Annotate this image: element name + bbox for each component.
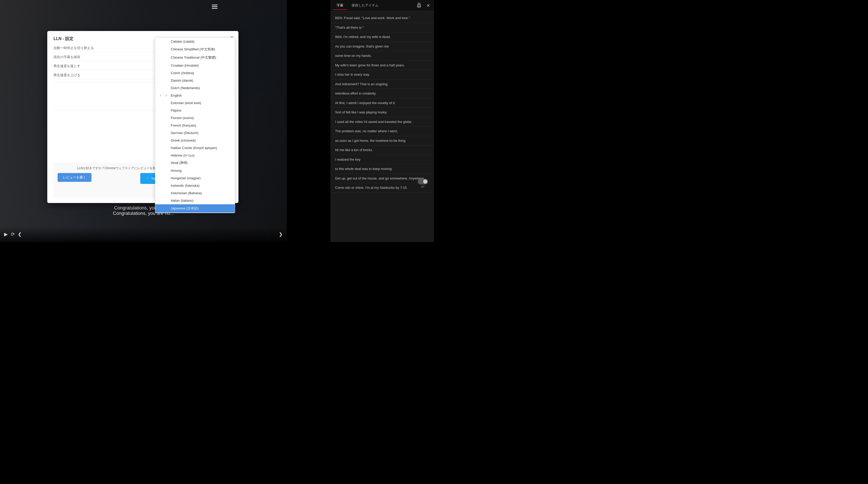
ap-label: AP [421,186,425,188]
right-panel-header: 字幕保存したアイテム✕ [331,0,434,11]
language-option[interactable]: Icelandic (Íslenska) [155,182,235,189]
language-option[interactable]: Dutch (Nederlands) [155,84,235,92]
right-panel-tab[interactable]: 保存したアイテム [348,2,382,10]
svg-rect-2 [212,8,218,9]
subtitle-entry[interactable]: hit me like a ton of bricks. [331,146,434,155]
next-button[interactable]: ❯ [279,231,283,237]
subtitle-entry[interactable]: As you can imagine, that's given me [331,42,434,52]
right-panel: 字幕保存したアイテム✕ BEN: Freud said, "Love and w… [331,0,434,242]
prev-button[interactable]: ❮ [18,231,22,237]
video-menu-icon[interactable] [212,4,218,10]
subtitle-entry[interactable]: I used all the miles I'd saved and trave… [331,117,434,127]
language-option[interactable]: ✓English [155,92,235,99]
subtitle-entry[interactable]: as soon as I got home, the nowhere-to-be… [331,136,434,146]
language-option[interactable]: Chinese Traditional (中文繁體) [155,54,235,62]
lln-shortcut-row-label: 再生速度を上げる [54,73,80,77]
subtitle-line-2: Congratulations, you are no... [0,211,287,216]
svg-rect-5 [418,5,420,6]
language-option[interactable]: Finnish (suomi) [155,114,235,122]
subtitle-entry[interactable]: The problem was, no matter where I went, [331,127,434,136]
subtitle-line-1: Congratulations, you are n... [0,205,287,211]
lln-shortcut-row-label: 再生速度を落とす [54,64,80,68]
language-option[interactable]: Indonesian (Bahasa) [155,189,235,197]
language-option[interactable]: Haitian Creole (Kreyòl ayisyen) [155,144,235,152]
lln-shortcut-row-label: 自動一時停止を切り替える [54,46,94,51]
subtitle-entry[interactable]: Well, I'm retired, and my wife is dead. [331,32,434,42]
subtitle-entry[interactable]: BEN: Freud said, "Love and work. Work an… [331,13,434,23]
forward-button[interactable]: ⟳ [11,231,15,237]
lln-review-button[interactable]: レビューを書く [58,173,91,182]
subtitle-entry[interactable]: And retirement? That is an ongoing, [331,79,434,89]
language-option[interactable]: French (français) [155,122,235,129]
subtitle-entry[interactable]: "That's all there is." [331,23,434,33]
play-button[interactable]: ▶ [4,231,8,237]
subtitle-entry[interactable]: relentless effort in creativity. [331,89,434,98]
twitter-icon: 🐦 [146,176,150,181]
right-panel-tab[interactable]: 字幕 [333,2,347,10]
video-controls: ▶ ⟳ ❮ ❯ [0,226,287,242]
right-panel-close-button[interactable]: ✕ [425,2,432,9]
language-option[interactable]: Hebrew (עברית) [155,152,235,159]
subtitle-entry[interactable]: Sort of felt like I was playing hooky. [331,108,434,117]
ap-toggle-knob [423,180,427,184]
language-option[interactable]: Chinese Simplified (中文简体) [155,45,235,54]
language-dropdown: Catalan (català)Chinese Simplified (中文简体… [155,37,235,213]
subtitle-entry[interactable]: to this whole deal was to keep moving. [331,164,434,174]
ap-toggle[interactable] [418,179,428,185]
print-button[interactable] [414,2,424,9]
subtitle-entry[interactable]: My wife's been gone for three and a half… [331,61,434,70]
subtitle-entry[interactable]: I miss her in every way. [331,70,434,79]
language-option[interactable]: Filipino [155,107,235,114]
subtitle-entry[interactable]: At first, I admit I enjoyed the novelty … [331,98,434,108]
language-option[interactable]: Danish (dansk) [155,77,235,84]
language-option[interactable]: Hindi (हिन्दी) [155,159,235,167]
subtitle-entry[interactable]: I realized the key [331,155,434,164]
language-option[interactable]: Japanese (日本語) [155,204,235,213]
svg-rect-0 [212,5,218,5]
video-subtitle-bar: Congratulations, you are n... Congratula… [0,205,287,216]
language-option[interactable]: Catalan (català) [155,38,235,45]
language-option[interactable]: German (Deutsch) [155,129,235,137]
subtitle-entry[interactable]: some time on my hands. [331,51,434,61]
language-option[interactable]: Hungarian (magyar) [155,174,235,182]
language-option[interactable]: Estonian (eesti keel) [155,99,235,107]
language-option[interactable]: Hmong [155,167,235,174]
language-option[interactable]: Greek (ελληνικά) [155,137,235,144]
language-option[interactable]: Czech (čeština) [155,69,235,77]
svg-rect-1 [212,6,218,7]
lln-shortcut-row-label: 現在の字幕を保存 [54,55,80,59]
language-option[interactable]: Korean (한국어) [155,213,235,213]
subtitle-list[interactable]: BEN: Freud said, "Love and work. Work an… [331,11,434,228]
language-option[interactable]: Croatian (Hrvatski) [155,62,235,69]
svg-rect-4 [418,3,420,5]
checkmark-icon: ✓ [165,94,169,97]
language-option[interactable]: Italian (italiano) [155,197,235,204]
